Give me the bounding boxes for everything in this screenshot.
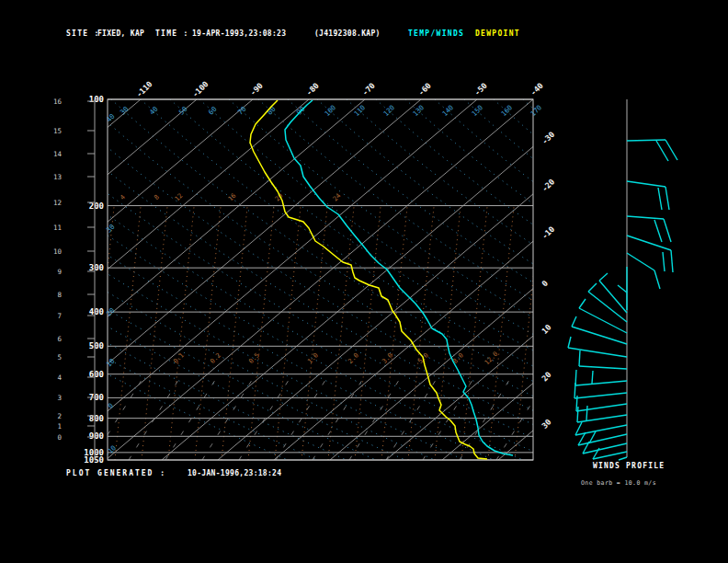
svg-text:1050: 1050 [84, 455, 104, 465]
svg-text:100: 100 [89, 95, 104, 104]
skewt-app-screen: SITE : FIXED, KAP TIME : 19-APR-1993,23:… [0, 0, 728, 563]
plot-generated-value: 10-JAN-1996,23:18:24 [188, 470, 281, 477]
svg-text:40: 40 [148, 105, 160, 117]
svg-text:-40: -40 [529, 81, 545, 98]
svg-text:170: 170 [529, 103, 543, 118]
svg-text:6: 6 [57, 335, 62, 343]
svg-text:5: 5 [57, 353, 62, 362]
svg-text:150: 150 [470, 103, 484, 118]
svg-text:15: 15 [53, 127, 62, 135]
svg-text:11: 11 [53, 224, 62, 232]
svg-text:30: 30 [540, 417, 552, 430]
plot-generated-label: PLOT GENERATED : [66, 470, 166, 477]
svg-text:40: 40 [105, 112, 117, 124]
svg-text:12: 12 [174, 192, 185, 203]
svg-text:24: 24 [332, 192, 343, 203]
svg-text:1: 1 [57, 422, 62, 431]
winds-profile-title: WINDS PROFILE [593, 463, 665, 470]
svg-text:2: 2 [57, 412, 62, 420]
svg-text:1.0: 1.0 [306, 351, 320, 365]
svg-text:-90: -90 [248, 81, 265, 98]
svg-text:12.0: 12.0 [483, 350, 500, 367]
svg-text:13: 13 [53, 173, 62, 181]
svg-text:70: 70 [236, 105, 248, 117]
svg-text:100: 100 [323, 103, 337, 118]
svg-text:500: 500 [89, 341, 104, 350]
svg-text:4: 4 [119, 193, 127, 201]
pressure-axis-labels: 10020030040050060070080090010001050 [84, 95, 104, 465]
svg-text:-100: -100 [190, 79, 210, 99]
svg-text:140: 140 [440, 103, 455, 118]
svg-text:7: 7 [57, 312, 62, 320]
svg-text:160: 160 [499, 103, 514, 118]
svg-text:110: 110 [352, 103, 367, 118]
svg-text:10: 10 [53, 247, 63, 256]
svg-text:9: 9 [57, 268, 62, 276]
svg-text:-70: -70 [360, 81, 377, 98]
wind-barbs [568, 99, 677, 460]
svg-text:20: 20 [540, 370, 552, 383]
svg-text:-30: -30 [540, 130, 556, 146]
svg-text:3.0: 3.0 [381, 351, 394, 365]
svg-text:-10: -10 [540, 224, 556, 241]
adiabat-labels: 3040506070809010011012013014015016017040… [103, 103, 543, 458]
svg-text:8: 8 [57, 291, 62, 299]
svg-text:3: 3 [57, 394, 62, 402]
svg-text:0: 0 [540, 279, 550, 289]
winds-profile-caption: One barb = 10.0 m/s [581, 480, 656, 487]
svg-text:-80: -80 [304, 81, 321, 98]
svg-text:-50: -50 [472, 81, 489, 98]
svg-text:120: 120 [381, 103, 396, 118]
svg-text:14: 14 [53, 150, 63, 158]
svg-text:800: 800 [89, 414, 104, 423]
mixing-labels: 0.10.20.51.02.03.05.08.012.04812162024 [119, 192, 499, 367]
svg-text:8: 8 [153, 193, 161, 201]
svg-text:16: 16 [227, 192, 238, 203]
svg-text:10: 10 [540, 323, 552, 336]
svg-text:0: 0 [57, 433, 62, 442]
svg-text:900: 900 [89, 431, 104, 441]
svg-text:16: 16 [53, 98, 63, 106]
isotherm-labels: -110-100-90-80-70-60-50-40-30-20-1001020… [134, 79, 556, 431]
svg-text:2.0: 2.0 [347, 351, 360, 365]
svg-text:4: 4 [57, 373, 62, 382]
svg-text:30: 30 [105, 223, 117, 235]
svg-text:-20: -20 [540, 177, 556, 193]
svg-text:-110: -110 [134, 79, 154, 99]
svg-text:0.1: 0.1 [172, 351, 186, 365]
height-axis: 161514131211109876543210 [53, 98, 95, 461]
svg-text:10: 10 [105, 357, 117, 369]
svg-text:0.5: 0.5 [247, 351, 261, 365]
svg-text:12: 12 [53, 199, 62, 207]
svg-text:-60: -60 [416, 81, 433, 98]
svg-text:30: 30 [119, 105, 131, 117]
svg-text:60: 60 [207, 105, 219, 117]
svg-text:20: 20 [105, 306, 117, 318]
